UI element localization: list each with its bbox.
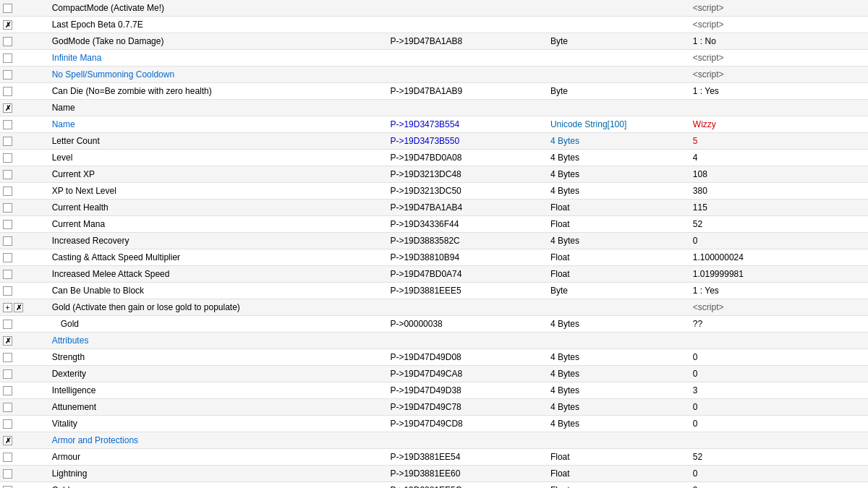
checkbox[interactable] — [3, 120, 12, 129]
checkbox-cell[interactable] — [0, 0, 49, 17]
table-row[interactable]: Armor and Protections — [0, 432, 868, 449]
checkbox[interactable] — [3, 220, 12, 229]
table-row[interactable]: LightningP->19D3881EE60Float0 — [0, 466, 868, 482]
checkbox[interactable] — [3, 153, 12, 163]
table-row[interactable]: XP to Next LevelP->19D3213DC504 Bytes380 — [0, 183, 868, 200]
checkbox[interactable] — [3, 403, 12, 412]
checkbox-cell[interactable] — [0, 133, 49, 150]
table-row[interactable]: ArmourP->19D3881EE54Float52 — [0, 449, 868, 466]
row-value: 0 — [690, 349, 868, 366]
checkbox[interactable] — [14, 303, 23, 312]
checkbox-cell[interactable] — [0, 233, 49, 249]
checkbox[interactable] — [3, 87, 12, 96]
checkbox-cell[interactable] — [0, 183, 49, 200]
table-row[interactable]: IntelligenceP->19D47D49D384 Bytes3 — [0, 382, 868, 399]
checkbox-cell[interactable] — [0, 216, 49, 233]
table-row[interactable]: CompactMode (Activate Me!)<script> — [0, 0, 868, 17]
checkbox-cell[interactable] — [0, 416, 49, 432]
checkbox-cell[interactable] — [0, 83, 49, 100]
table-row[interactable]: Can Be Unable to BlockP->19D3881EEE5Byte… — [0, 283, 868, 299]
row-name: Increased Melee Attack Speed — [49, 266, 388, 283]
checkbox-cell[interactable] — [0, 382, 49, 399]
table-row[interactable]: GodMode (Take no Damage)P->19D47BA1AB8By… — [0, 33, 868, 50]
checkbox[interactable] — [3, 419, 12, 429]
checkbox[interactable] — [3, 170, 12, 179]
checkbox-cell[interactable] — [0, 166, 49, 183]
table-row[interactable]: Last Epoch Beta 0.7.7E<script> — [0, 17, 868, 33]
checkbox-cell[interactable] — [0, 432, 49, 449]
checkbox-cell[interactable] — [0, 366, 49, 382]
table-row[interactable]: Infinite Mana<script> — [0, 50, 868, 67]
checkbox[interactable] — [3, 253, 12, 262]
table-row[interactable]: Current HealthP->19D47BA1AB4Float115 — [0, 200, 868, 216]
checkbox-cell[interactable] — [0, 17, 49, 33]
table-row[interactable]: Letter CountP->19D3473B5504 Bytes5 — [0, 133, 868, 150]
checkbox-cell[interactable] — [0, 50, 49, 67]
table-row[interactable]: Can Die (No=Be zombie with zero health)P… — [0, 83, 868, 100]
row-address: P->19D47BA1AB8 — [387, 33, 548, 50]
checkbox-cell[interactable] — [0, 316, 49, 333]
table-row[interactable]: Attributes — [0, 333, 868, 349]
table-row[interactable]: VitalityP->19D47D49CD84 Bytes0 — [0, 416, 868, 432]
table-row[interactable]: StrengthP->19D47D49D084 Bytes0 — [0, 349, 868, 366]
table-row[interactable]: Casting & Attack Speed MultiplierP->19D3… — [0, 249, 868, 266]
checkbox-cell[interactable] — [0, 116, 49, 133]
table-row[interactable]: NameP->19D3473B554Unicode String[100]Wiz… — [0, 116, 868, 133]
checkbox-cell[interactable] — [0, 349, 49, 366]
checkbox[interactable] — [3, 336, 12, 346]
checkbox-cell[interactable] — [0, 449, 49, 466]
checkbox[interactable] — [3, 320, 12, 329]
table-row[interactable]: ColdP->19D3881EE5CFloat9 — [0, 482, 868, 489]
checkbox[interactable] — [3, 236, 12, 246]
checkbox[interactable] — [3, 486, 12, 489]
checkbox-cell[interactable] — [0, 466, 49, 482]
checkbox[interactable] — [3, 187, 12, 196]
checkbox-cell[interactable] — [0, 67, 49, 83]
checkbox[interactable] — [3, 103, 12, 113]
table-row[interactable]: No Spell/Summoning Cooldown<script> — [0, 67, 868, 83]
table-row[interactable]: LevelP->19D47BD0A084 Bytes4 — [0, 150, 868, 166]
checkbox-cell[interactable] — [0, 200, 49, 216]
table-row[interactable]: Current ManaP->19D34336F44Float52 — [0, 216, 868, 233]
checkbox[interactable] — [3, 270, 12, 279]
checkbox[interactable] — [3, 286, 12, 296]
table-row[interactable]: DexterityP->19D47D49CA84 Bytes0 — [0, 366, 868, 382]
table-row[interactable]: Increased RecoveryP->19D3883582C4 Bytes0 — [0, 233, 868, 249]
checkbox[interactable] — [3, 386, 12, 395]
table-row[interactable]: AttunementP->19D47D49C784 Bytes0 — [0, 399, 868, 416]
checkbox[interactable] — [3, 469, 12, 479]
checkbox[interactable] — [3, 70, 12, 80]
checkbox-cell[interactable] — [0, 299, 49, 316]
row-value: 1 : Yes — [690, 83, 868, 100]
checkbox[interactable] — [3, 53, 12, 63]
checkbox-cell[interactable] — [0, 249, 49, 266]
checkbox[interactable] — [3, 137, 12, 146]
row-address: P->19D47D49C78 — [387, 399, 548, 416]
table-row[interactable]: Increased Melee Attack SpeedP->19D47BD0A… — [0, 266, 868, 283]
row-address: P->19D47D49D08 — [387, 349, 548, 366]
checkbox-cell[interactable] — [0, 283, 49, 299]
checkbox[interactable] — [3, 353, 12, 362]
checkbox-cell[interactable] — [0, 33, 49, 50]
checkbox[interactable] — [3, 4, 12, 13]
table-row[interactable]: GoldP->000000384 Bytes?? — [0, 316, 868, 333]
row-address: P->19D3473B554 — [387, 116, 548, 133]
row-type: Float — [548, 466, 690, 482]
table-row[interactable]: Gold (Activate then gain or lose gold to… — [0, 299, 868, 316]
checkbox-cell[interactable] — [0, 100, 49, 116]
checkbox[interactable] — [3, 453, 12, 462]
checkbox-cell[interactable] — [0, 482, 49, 489]
checkbox-cell[interactable] — [0, 266, 49, 283]
checkbox[interactable] — [3, 203, 12, 213]
expand-icon[interactable] — [3, 303, 12, 312]
checkbox-cell[interactable] — [0, 399, 49, 416]
row-value: <script> — [690, 0, 868, 17]
table-row[interactable]: Name — [0, 100, 868, 116]
checkbox[interactable] — [3, 369, 12, 379]
checkbox-cell[interactable] — [0, 150, 49, 166]
checkbox[interactable] — [3, 20, 12, 30]
checkbox[interactable] — [3, 37, 12, 46]
table-row[interactable]: Current XPP->19D3213DC484 Bytes108 — [0, 166, 868, 183]
checkbox-cell[interactable] — [0, 333, 49, 349]
checkbox[interactable] — [3, 436, 12, 445]
